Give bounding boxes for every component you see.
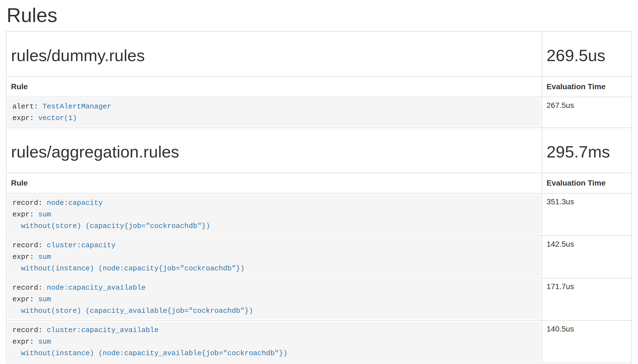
- rule-code-text: record:: [12, 199, 47, 207]
- rule-cell: alert: TestAlertManager expr: vector(1): [6, 97, 542, 128]
- rule-row: record: cluster:capacity expr: sum witho…: [6, 236, 632, 278]
- rule-group-header-row: rules/aggregation.rules295.7ms: [6, 128, 632, 173]
- rule-code-text: alert:: [12, 102, 42, 111]
- rule-name-link[interactable]: cluster:capacity: [47, 241, 116, 249]
- rule-row: alert: TestAlertManager expr: vector(1)2…: [6, 97, 632, 128]
- rule-row: record: node:capacity_available expr: su…: [6, 278, 632, 320]
- rule-evaluation-time: 171.7us: [542, 278, 632, 320]
- rule-column-header: Rule: [6, 77, 542, 97]
- page-title: Rules: [6, 0, 632, 31]
- rule-cell: record: node:capacity expr: sum without(…: [6, 193, 542, 236]
- rule-definition: record: cluster:capacity_available expr:…: [7, 322, 541, 362]
- rule-group-evaluation-time: 269.5us: [547, 47, 627, 65]
- rule-expr-link[interactable]: sum without(store) (capacity_available{j…: [12, 295, 253, 315]
- rule-column-header: Rule: [6, 173, 542, 193]
- rule-code-text: expr:: [12, 253, 38, 261]
- rule-definition: alert: TestAlertManager expr: vector(1): [7, 98, 541, 127]
- rule-group-file-cell: rules/dummy.rules: [6, 31, 542, 77]
- rule-code-text: record:: [12, 326, 47, 334]
- rules-table: rules/dummy.rules269.5usRuleEvaluation T…: [6, 31, 632, 363]
- rule-expr-link[interactable]: sum without(instance) (node:capacity{job…: [12, 253, 245, 273]
- rule-name-link[interactable]: node:capacity: [47, 199, 103, 207]
- columns-header-row: RuleEvaluation Time: [6, 173, 632, 193]
- rule-cell: record: cluster:capacity expr: sum witho…: [6, 236, 542, 278]
- rule-name-link[interactable]: TestAlertManager: [42, 102, 111, 111]
- columns-header-row: RuleEvaluation Time: [6, 77, 632, 97]
- rule-name-link[interactable]: node:capacity_available: [47, 284, 146, 292]
- rule-code-text: record:: [12, 241, 47, 249]
- rules-table-body: rules/dummy.rules269.5usRuleEvaluation T…: [6, 31, 632, 363]
- rule-group-file: rules/aggregation.rules: [11, 143, 537, 161]
- rule-code-text: expr:: [12, 210, 38, 219]
- rule-expr-link[interactable]: sum without(store) (capacity{job="cockro…: [12, 210, 210, 230]
- rule-code-text: record:: [12, 284, 47, 292]
- rule-group-evaluation-time: 295.7ms: [547, 143, 627, 161]
- rule-evaluation-time: 142.5us: [542, 236, 632, 278]
- rule-group-evaluation-time-cell: 269.5us: [542, 31, 632, 77]
- rule-cell: record: node:capacity_available expr: su…: [6, 278, 542, 320]
- rule-group-file: rules/dummy.rules: [11, 47, 537, 65]
- rule-definition: record: cluster:capacity expr: sum witho…: [7, 237, 541, 277]
- rule-group-header-row: rules/dummy.rules269.5us: [6, 31, 632, 77]
- rules-content: Rules rules/dummy.rules269.5usRuleEvalua…: [0, 0, 638, 363]
- rule-row: record: node:capacity expr: sum without(…: [6, 193, 632, 236]
- rule-group-evaluation-time-cell: 295.7ms: [542, 128, 632, 173]
- rule-definition: record: node:capacity expr: sum without(…: [7, 194, 541, 235]
- rule-row: record: cluster:capacity_available expr:…: [6, 320, 632, 363]
- rules-page: Rules rules/dummy.rules269.5usRuleEvalua…: [0, 0, 638, 364]
- rule-cell: record: cluster:capacity_available expr:…: [6, 320, 542, 363]
- rule-evaluation-time: 140.5us: [542, 320, 632, 363]
- rule-name-link[interactable]: cluster:capacity_available: [47, 326, 159, 334]
- rule-evaluation-time: 351.3us: [542, 193, 632, 236]
- rule-expr-link[interactable]: vector(1): [38, 114, 77, 122]
- rule-code-text: expr:: [12, 338, 38, 346]
- rule-code-text: expr:: [12, 295, 38, 303]
- rule-expr-link[interactable]: sum without(instance) (node:capacity_ava…: [12, 338, 288, 357]
- evaluation-time-column-header: Evaluation Time: [542, 77, 632, 97]
- rule-code-text: expr:: [12, 114, 38, 122]
- rule-definition: record: node:capacity_available expr: su…: [7, 279, 541, 319]
- evaluation-time-column-header: Evaluation Time: [542, 173, 632, 193]
- rule-evaluation-time: 267.5us: [542, 97, 632, 128]
- rule-group-file-cell: rules/aggregation.rules: [6, 128, 542, 173]
